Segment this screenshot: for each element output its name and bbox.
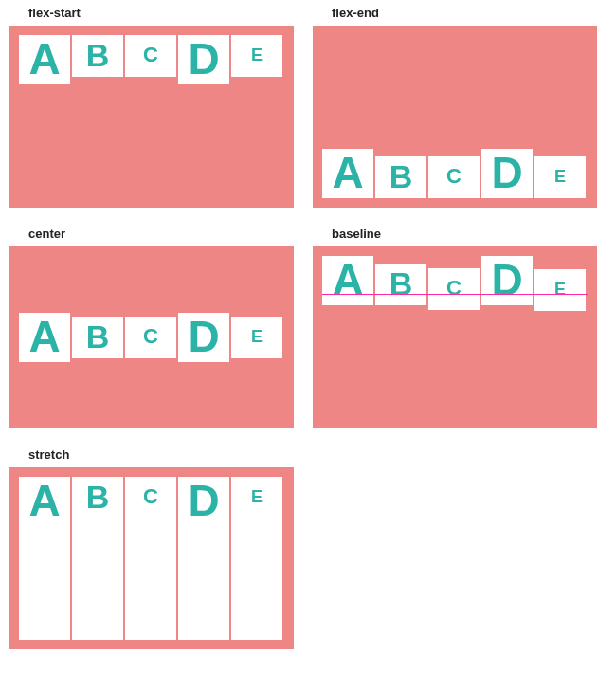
flex-item: B — [72, 35, 123, 77]
flex-item: D — [178, 477, 229, 640]
flex-item: C — [125, 317, 176, 358]
flex-item: E — [534, 269, 586, 311]
panel-center: center A B C D E — [9, 227, 294, 428]
panel-label: flex-end — [332, 6, 597, 20]
flex-item: A — [19, 313, 70, 362]
flex-item: B — [375, 264, 426, 305]
flex-item: A — [322, 149, 373, 198]
panel-stretch: stretch A B C D E — [9, 447, 294, 649]
flex-item: C — [428, 156, 480, 198]
flex-item: E — [231, 35, 282, 77]
flex-item: D — [178, 35, 229, 84]
panel-label: stretch — [28, 447, 294, 462]
flex-item: C — [125, 477, 176, 640]
flex-container-baseline: A B C D E — [313, 246, 597, 428]
flex-item: D — [481, 256, 533, 305]
flex-item: B — [72, 317, 123, 358]
panel-label: center — [28, 227, 294, 241]
panel-label: baseline — [332, 227, 597, 241]
flex-container-center: A B C D E — [9, 246, 294, 428]
panel-label: flex-start — [28, 6, 294, 20]
flex-item: E — [231, 317, 282, 358]
flex-item: A — [322, 256, 373, 305]
flex-item: E — [231, 477, 282, 640]
flex-item: C — [125, 35, 176, 77]
align-items-diagram: flex-start A B C D E flex-end A B C D E … — [0, 0, 616, 659]
flex-container-flex-start: A B C D E — [9, 26, 294, 208]
flex-item: E — [534, 156, 586, 198]
panel-flex-start: flex-start A B C D E — [9, 6, 294, 208]
panel-flex-end: flex-end A B C D E — [313, 6, 597, 208]
flex-container-stretch: A B C D E — [9, 467, 294, 649]
flex-item: D — [481, 149, 533, 198]
flex-item: C — [428, 268, 480, 310]
flex-container-flex-end: A B C D E — [313, 26, 597, 208]
flex-item: D — [178, 313, 229, 362]
baseline-guide-line — [322, 294, 588, 295]
flex-item: A — [19, 477, 70, 640]
flex-item: B — [375, 156, 426, 198]
panel-baseline: baseline A B C D E — [313, 227, 597, 428]
flex-item: A — [19, 35, 70, 84]
flex-item: B — [72, 477, 123, 640]
